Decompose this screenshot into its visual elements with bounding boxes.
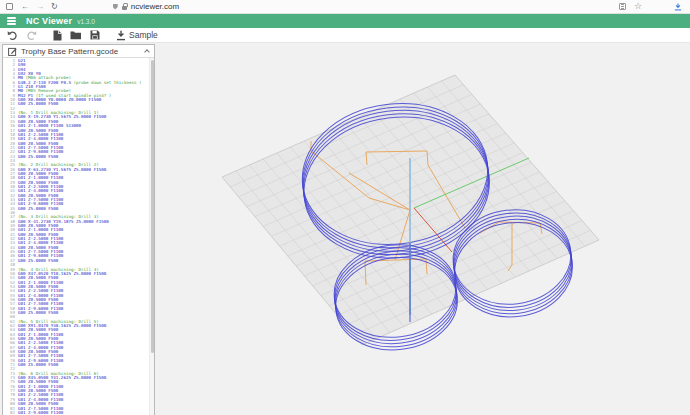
lock-icon (122, 6, 127, 10)
browser-chrome: ← → ↻ ncviewer.com ☆ (0, 0, 690, 14)
save-file-button[interactable] (90, 30, 100, 40)
back-icon[interactable]: ← (21, 3, 29, 11)
app-title: NC Viewer (26, 16, 72, 26)
tab-icon[interactable] (6, 3, 13, 10)
toolbar: Sample (0, 28, 690, 43)
open-file-button[interactable] (70, 30, 82, 40)
redo-button[interactable] (26, 30, 37, 41)
download-sample-icon (116, 30, 126, 41)
collapse-chevron-icon[interactable] (144, 49, 150, 55)
gcode-text-area[interactable]: 1G212G903G944G92 X0 Y05M0 (M06 attach pr… (3, 58, 149, 415)
undo-button[interactable] (7, 30, 18, 41)
new-file-button[interactable] (53, 30, 62, 41)
open-folder-icon (70, 30, 82, 40)
toolpath-3d-viewport[interactable] (157, 43, 690, 415)
file-header: Trophy Base Pattern.gcode (3, 45, 154, 58)
gcode-editor-panel: Trophy Base Pattern.gcode 1G212G903G944G… (2, 44, 155, 415)
bookmark-star-icon[interactable]: ☆ (634, 2, 642, 11)
editor-scrollbar-thumb[interactable] (151, 60, 154, 353)
redo-icon (26, 30, 37, 41)
reader-mode-icon[interactable] (619, 3, 626, 10)
load-sample-button[interactable]: Sample (116, 30, 158, 41)
undo-icon (7, 30, 18, 41)
editor-scrollbar[interactable] (149, 58, 154, 415)
forward-icon[interactable]: → (36, 3, 44, 11)
shield-icon[interactable] (113, 4, 118, 10)
sample-button-label: Sample (129, 30, 158, 40)
main-area: Trophy Base Pattern.gcode 1G212G903G944G… (0, 43, 690, 415)
reload-icon[interactable]: ↻ (51, 3, 58, 11)
save-icon (90, 30, 100, 40)
new-file-icon (53, 30, 62, 41)
file-title[interactable]: Trophy Base Pattern.gcode (21, 47, 145, 56)
downloads-icon[interactable] (674, 3, 682, 11)
app-header: NC Viewer v1.3.0 (0, 14, 690, 28)
url-text[interactable]: ncviewer.com (131, 2, 179, 11)
app-version: v1.3.0 (77, 18, 95, 25)
menu-icon[interactable] (7, 17, 16, 24)
toolpath-scene[interactable] (157, 43, 690, 415)
address-bar[interactable]: ncviewer.com (113, 2, 179, 11)
edit-file-icon[interactable] (8, 47, 17, 56)
